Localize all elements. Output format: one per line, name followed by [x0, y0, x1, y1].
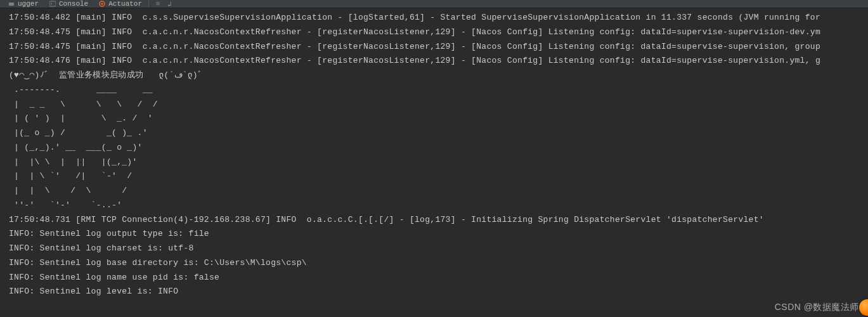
log-line: 17:50:48.731 [RMI TCP Connection(4)-192.…: [9, 213, 868, 228]
log-line: |(_ o _) / _( )_ .': [9, 126, 868, 141]
log-line: | _ _ \ \ \ / /: [9, 98, 868, 112]
log-line: INFO: Sentinel log level is: INFO: [9, 285, 868, 299]
console-output[interactable]: 17:50:48.482 [main] INFO c.s.s.Supervise…: [0, 8, 868, 299]
actuator-icon: [98, 0, 106, 8]
tab-actuator-label: Actuator: [108, 0, 142, 8]
tab-debugger-label: ugger: [18, 0, 39, 8]
log-line: (♥◠‿◠)ﾉﾞ 监管业务模块启动成功 ლ(´ڡ`ლ)ﾞ: [9, 68, 868, 83]
log-line: INFO: Sentinel log name use pid is: fals…: [9, 271, 868, 285]
log-line: | | \ `' /| `-' /: [9, 169, 868, 184]
tab-actuator[interactable]: Actuator: [93, 0, 147, 8]
log-line: 17:50:48.475 [main] INFO c.a.c.n.r.Nacos…: [9, 40, 868, 55]
watermark-text: CSDN @数据魔法师: [775, 302, 859, 313]
svg-rect-0: [9, 3, 14, 6]
log-line: ''-' `'-' `-..-': [9, 198, 868, 213]
tab-console[interactable]: Console: [44, 0, 93, 8]
ide-toolbar: ugger Console Actuator ≡ ↲: [0, 0, 868, 8]
log-line: INFO: Sentinel log charset is: utf-8: [9, 242, 868, 256]
tab-debugger[interactable]: ugger: [3, 0, 44, 8]
watermark-badge-icon: [859, 299, 868, 316]
log-line: INFO: Sentinel log base directory is: C:…: [9, 256, 868, 271]
log-line: 17:50:48.482 [main] INFO c.s.s.Supervise…: [9, 11, 868, 25]
log-line: INFO: Sentinel log output type is: file: [9, 227, 868, 242]
log-line: .-------. ____ __: [9, 83, 868, 98]
debug-icon: [8, 0, 15, 8]
console-icon: [49, 0, 56, 8]
tab-console-label: Console: [59, 0, 88, 8]
log-line: | |\ \ | || |(_,_)': [9, 155, 868, 170]
log-line: 17:50:48.475 [main] INFO c.a.c.n.r.Nacos…: [9, 25, 868, 40]
settings-icon[interactable]: ≡: [154, 0, 162, 8]
log-line: | ( ' ) | \ _. / ': [9, 112, 868, 126]
toolbar-separator: [148, 1, 149, 7]
log-line: 17:50:48.476 [main] INFO c.a.c.n.r.Nacos…: [9, 54, 868, 68]
log-line: | | \ / \ /: [9, 184, 868, 198]
wrap-icon[interactable]: ↲: [165, 0, 173, 8]
svg-point-3: [101, 3, 103, 5]
log-line: | (_,_).' __ ___(_ o _)': [9, 141, 868, 155]
